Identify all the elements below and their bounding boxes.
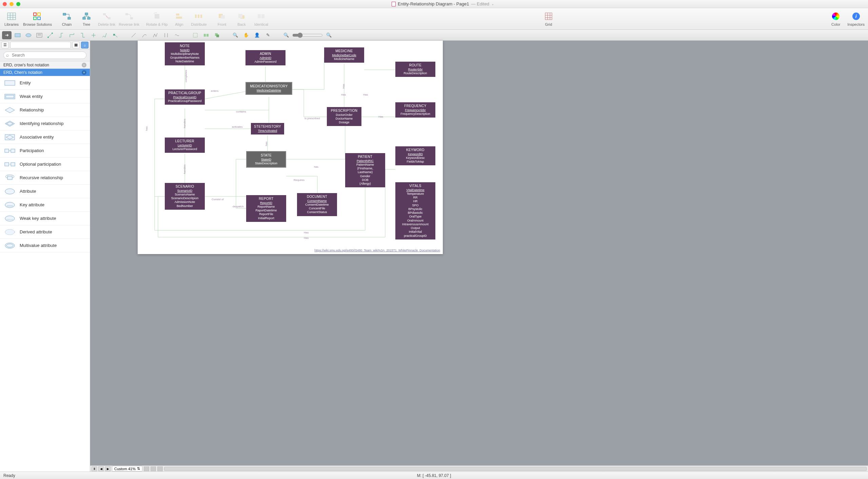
rect-tool[interactable] [13,31,22,39]
entity-vitals[interactable]: VITALSVitalDatetimeTemperatureRRHRSPOBPs… [395,182,435,240]
tree-button[interactable]: Tree [78,12,95,26]
svg-rect-57 [11,149,15,152]
connector-2[interactable] [56,31,66,39]
group-tool-1[interactable] [191,31,200,39]
category-crowsfoot[interactable]: ERD, crow's foot notation× [0,61,90,69]
zoom-in-button[interactable]: 🔍 [324,31,334,39]
shape-item[interactable]: Entity [0,76,90,90]
shape-icon [4,228,16,236]
shape-icon [4,201,16,209]
connector-3[interactable] [67,31,77,39]
shape-item[interactable]: Relationship [0,103,90,117]
entity-keyword[interactable]: KEYWORDKeywordIDKeywordDescFieldsToMap [395,146,435,165]
entity-document[interactable]: DOCUMENTConsentNameConsentDatetimeConcen… [297,193,337,216]
page-tab-3[interactable] [157,466,163,471]
grid-view-icon[interactable]: ▦ [72,42,80,48]
shape-item[interactable]: Optional participation [0,158,90,171]
entity-scenario[interactable]: SCENARIOScenarioIDScenarioNameScenarioDe… [165,183,205,210]
entity-report[interactable]: REPORTReportIDReportNameRaportDatetimeRe… [246,195,286,222]
maximize-icon[interactable] [16,2,20,6]
connector-4[interactable] [78,31,87,39]
shape-item[interactable]: Weak entity [0,90,90,103]
shape-item[interactable]: Weak key attribute [0,212,90,225]
chevron-down-icon[interactable]: ⌄ [491,2,494,6]
line-tool-5[interactable] [172,31,182,39]
document-icon [392,2,396,6]
shape-item[interactable]: Key attribute [0,198,90,212]
zoom-select[interactable]: Custom 41%⇅ [112,466,142,472]
shape-item[interactable]: Identifying relationship [0,117,90,130]
text-tool[interactable] [35,31,44,39]
group-tool-2[interactable] [201,31,211,39]
connector-6[interactable] [100,31,109,39]
chain-button[interactable]: Chain [59,12,75,26]
category-chen[interactable]: ERD, Chen's notation× [0,69,90,76]
close-icon[interactable] [3,2,7,6]
browse-solutions-button[interactable]: Browse Solutions [23,12,52,26]
entity-medhist[interactable]: MEDICATIONHISTORYMedicineDatetime [245,82,292,95]
paper[interactable]: https://wiki.smu.edu.sg/is480/IS480_Team… [138,41,443,254]
entity-state[interactable]: STATEStateIDStateDescription [246,151,286,168]
minimize-icon[interactable] [9,2,14,6]
search-input[interactable] [3,51,86,59]
entity-lecturer[interactable]: LECTURERLecturerIDLecturerPassword [165,138,205,153]
page-prev[interactable]: ◀ [98,466,104,471]
h-scrollbar[interactable] [164,467,867,471]
entity-patient[interactable]: PATIENTPatientNRICPatientName(FirstName,… [345,153,385,187]
relation-label: Has [378,115,383,118]
page-tab-2[interactable] [151,466,156,471]
entity-admin[interactable]: ADMINAdminIDAdminPassword [245,50,285,65]
connector-7[interactable] [111,31,120,39]
entity-prescription[interactable]: PRESCRIPTIONDoctorOrderDoctorNameDosage [327,107,361,126]
ellipse-tool[interactable] [24,31,33,39]
entity-practical[interactable]: PRACTICALGROUPPracticalGroupIDPracticalG… [165,89,205,105]
relation-label: despatch [233,205,243,208]
zoom-out-button[interactable]: 🔍 [281,31,291,39]
shape-item[interactable]: Participation [0,144,90,158]
entity-note[interactable]: NOTENoteIDMultidisciplinaryNoteGropuMemb… [165,42,205,65]
page-stop[interactable]: ⏸ [92,466,97,471]
search-toggle-icon[interactable]: ⌕ [81,42,88,48]
zoom-slider[interactable] [292,33,323,38]
entity-medicine[interactable]: MEDICINEMedicineBarCodeMedicineName [324,47,364,63]
user-tool[interactable]: 👤 [252,31,262,39]
entity-route[interactable]: ROUTERouteAbbrRouteDescription [395,62,435,77]
line-tool-3[interactable] [151,31,160,39]
inspectors-button[interactable]: iInspectors [847,12,865,26]
grid-button[interactable]: Grid [540,12,557,26]
page-next[interactable]: ▶ [105,466,111,471]
group-tool-3[interactable] [212,31,222,39]
line-tool-1[interactable] [129,31,138,39]
shape-item[interactable]: Derived attribute [0,225,90,239]
shape-item[interactable]: Multivalue attribute [0,239,90,252]
close-icon[interactable]: × [82,63,86,67]
canvas-area[interactable]: https://wiki.smu.edu.sg/is480/IS480_Team… [90,41,868,472]
entity-statehist[interactable]: STETEHISTORYTimeActivated [251,123,284,134]
shape-label: Recursive relationship [20,175,63,180]
shape-item[interactable]: Associative entity [0,130,90,144]
shape-item[interactable]: Attribute [0,185,90,198]
select-tool[interactable]: ➜ [2,31,12,39]
page-tab-1[interactable] [144,466,149,471]
connector-5[interactable] [89,31,98,39]
filter-input[interactable] [10,42,71,48]
pencil-tool[interactable]: ✎ [263,31,273,39]
relation-label: Has [304,231,309,234]
shape-label: Derived attribute [20,229,52,234]
close-icon[interactable]: × [82,70,86,75]
line-tool-4[interactable] [161,31,171,39]
source-url: https://wiki.smu.edu.sg/is480/IS480_Team… [314,249,440,252]
libraries-button[interactable]: Libraries [3,12,20,26]
relation-label: enters [211,89,218,92]
pan-tool[interactable]: ✋ [241,31,251,39]
color-button[interactable]: Color [828,12,844,26]
svg-rect-60 [11,163,15,166]
shape-icon [4,119,16,128]
shape-item[interactable]: Recursive relationship [0,171,90,185]
zoom-tool[interactable]: 🔍 [231,31,240,39]
entity-frequency[interactable]: FREQUENCYFrequencyAbbrFrequencyDescripti… [395,102,435,118]
edited-indicator: — Edited [471,1,489,6]
line-tool-2[interactable] [140,31,149,39]
connector-1[interactable] [45,31,55,39]
list-view-icon[interactable]: ☰ [1,42,9,48]
